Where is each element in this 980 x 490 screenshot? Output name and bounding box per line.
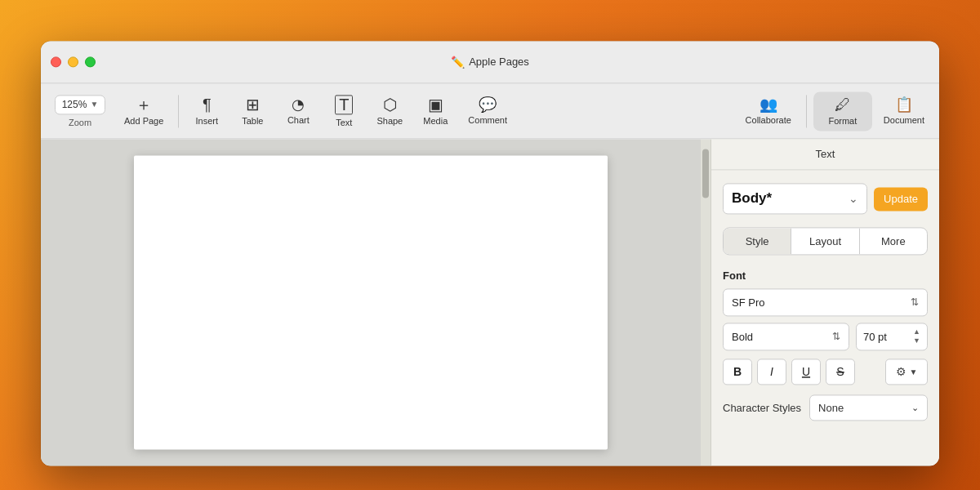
font-family-value: SF Pro <box>732 296 764 309</box>
toolbar-shape[interactable]: ⬡ Shape <box>368 91 411 131</box>
bold-icon: B <box>733 365 742 378</box>
zoom-chevron-icon: ▼ <box>90 100 98 109</box>
shape-label: Shape <box>376 116 403 126</box>
main-area: Text Body* ⌄ Update Style <box>41 139 939 466</box>
text-options-button[interactable]: ⚙ ▼ <box>885 359 928 385</box>
tab-layout[interactable]: Layout <box>791 228 859 254</box>
table-icon: ⊞ <box>246 96 260 113</box>
font-section-label: Font <box>723 270 928 282</box>
zoom-label: Zoom <box>69 118 91 127</box>
traffic-lights <box>51 56 96 67</box>
font-family-stepper-icon: ⇅ <box>911 296 919 308</box>
close-button[interactable] <box>51 56 61 67</box>
font-family-select[interactable]: SF Pro ⇅ <box>723 288 928 316</box>
minimize-button[interactable] <box>68 56 78 67</box>
toolbar-insert[interactable]: ¶ Insert <box>185 91 228 131</box>
scroll-thumb[interactable] <box>702 149 709 198</box>
toolbar-chart[interactable]: ◔ Chart <box>277 92 319 130</box>
media-label: Media <box>423 116 448 126</box>
comment-icon: 💬 <box>479 97 497 112</box>
font-size-down-icon[interactable]: ▼ <box>913 336 920 345</box>
style-chevron-icon: ⌄ <box>849 192 858 205</box>
right-panel: Text Body* ⌄ Update Style <box>710 139 939 466</box>
comment-label: Comment <box>468 115 507 125</box>
underline-button[interactable]: U <box>791 359 821 385</box>
chart-label: Chart <box>287 115 310 125</box>
zoom-control[interactable]: 125% ▼ <box>55 95 106 114</box>
insert-label: Insert <box>196 116 219 126</box>
underline-icon: U <box>802 365 810 378</box>
font-family-row: SF Pro ⇅ <box>723 288 928 316</box>
canvas-area[interactable] <box>41 139 701 466</box>
tab-layout-label: Layout <box>809 235 841 247</box>
font-style-size-row: Bold ⇅ 70 pt ▲ ▼ <box>723 323 928 350</box>
maximize-button[interactable] <box>85 56 96 67</box>
scroll-track[interactable] <box>701 139 710 466</box>
document-label: Document <box>884 115 924 125</box>
text-icon: T <box>335 95 353 114</box>
title-bar: ✏️ Apple Pages <box>41 41 939 83</box>
font-style-stepper-icon: ⇅ <box>832 331 840 342</box>
style-name-text: Body* <box>732 190 772 207</box>
font-size-value: 70 pt <box>863 331 887 343</box>
toolbar-format[interactable]: 🖊 Format <box>813 91 872 131</box>
format-label: Format <box>828 116 857 126</box>
toolbar-text[interactable]: T Text <box>323 90 365 132</box>
toolbar-media[interactable]: ▣ Media <box>414 91 457 131</box>
tab-style-label: Style <box>746 235 769 247</box>
font-style-value: Bold <box>732 331 753 343</box>
toolbar-right: 👥 Collaborate 🖊 Format 📋 Document <box>737 91 933 131</box>
toolbar-divider-2 <box>806 95 807 127</box>
format-icon: 🖊 <box>835 96 851 113</box>
font-style-select[interactable]: Bold ⇅ <box>723 323 849 350</box>
gear-icon: ⚙ <box>896 365 906 378</box>
toolbar: 125% ▼ Zoom ＋ Add Page ¶ Insert ⊞ Table … <box>41 83 939 139</box>
sub-tabs: Style Layout More <box>723 227 928 255</box>
collaborate-label: Collaborate <box>746 115 791 125</box>
app-icon: ✏️ <box>451 56 464 69</box>
font-size-steppers: ▲ ▼ <box>913 328 920 346</box>
toolbar-document[interactable]: 📋 Document <box>875 92 933 130</box>
gear-chevron-icon: ▼ <box>910 368 918 376</box>
document-icon: 📋 <box>895 97 913 112</box>
shape-icon: ⬡ <box>383 96 397 113</box>
window-title: ✏️ Apple Pages <box>451 56 529 69</box>
style-row: Body* ⌄ Update <box>723 183 928 214</box>
char-styles-select[interactable]: None ⌄ <box>809 394 928 421</box>
style-name-button[interactable]: Body* ⌄ <box>723 183 867 214</box>
italic-button[interactable]: I <box>757 359 786 385</box>
media-icon: ▣ <box>428 96 443 113</box>
toolbar-comment[interactable]: 💬 Comment <box>460 92 515 130</box>
chart-icon: ◔ <box>292 97 305 112</box>
toolbar-table[interactable]: ⊞ Table <box>231 91 274 131</box>
format-buttons-row: B I U S ⚙ ▼ <box>723 359 928 385</box>
update-button[interactable]: Update <box>874 187 928 211</box>
italic-icon: I <box>770 365 773 378</box>
toolbar-divider-1 <box>178 95 179 127</box>
char-styles-row: Character Styles None ⌄ <box>723 394 928 421</box>
tab-style[interactable]: Style <box>724 228 791 254</box>
app-title: Apple Pages <box>469 56 529 68</box>
mac-window: ✏️ Apple Pages 125% ▼ Zoom ＋ Add Page ¶ … <box>41 41 939 466</box>
document-page[interactable] <box>134 155 608 449</box>
strikethrough-icon: S <box>836 365 844 378</box>
text-label: Text <box>336 118 352 127</box>
tab-more[interactable]: More <box>860 228 927 254</box>
table-label: Table <box>242 116 263 126</box>
view-zoom-group: 125% ▼ Zoom <box>47 91 113 131</box>
panel-title: Text <box>816 148 835 160</box>
add-page-icon: ＋ <box>136 96 152 113</box>
bold-button[interactable]: B <box>723 359 752 385</box>
char-styles-label: Character Styles <box>723 402 801 414</box>
font-size-control[interactable]: 70 pt ▲ ▼ <box>856 323 928 350</box>
char-styles-chevron-icon: ⌄ <box>911 403 919 413</box>
font-size-up-icon[interactable]: ▲ <box>913 328 920 337</box>
tab-more-label: More <box>881 235 906 247</box>
toolbar-add-page[interactable]: ＋ Add Page <box>116 91 172 131</box>
toolbar-collaborate[interactable]: 👥 Collaborate <box>737 92 800 130</box>
panel-header: Text <box>711 139 939 170</box>
insert-icon: ¶ <box>203 96 212 113</box>
strikethrough-button[interactable]: S <box>826 359 855 385</box>
zoom-value: 125% <box>62 99 87 110</box>
char-styles-value: None <box>818 402 844 414</box>
